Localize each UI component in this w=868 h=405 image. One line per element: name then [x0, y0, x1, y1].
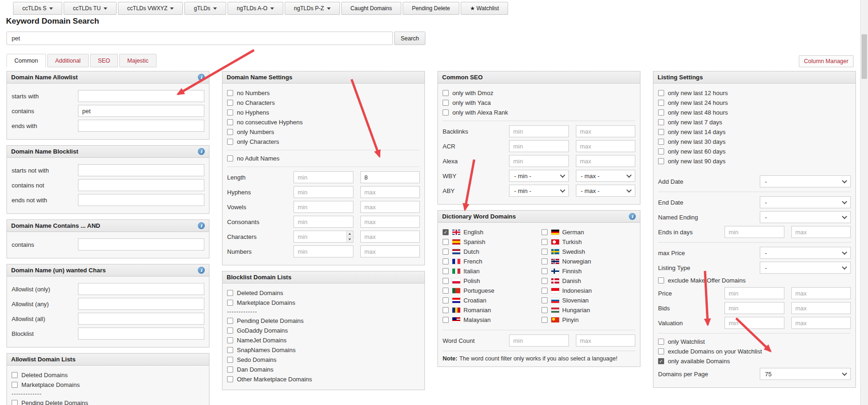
namejet-domains-checkbox[interactable]	[227, 337, 233, 343]
croatian-checkbox[interactable]	[443, 297, 449, 303]
no-hyphens-checkbox[interactable]	[227, 109, 233, 116]
language-finnish-row[interactable]: Finnish	[542, 267, 636, 275]
dan-domains-row[interactable]: Dan Domains	[227, 366, 420, 373]
ends-in-days-min-input[interactable]	[724, 226, 784, 238]
italian-checkbox[interactable]	[443, 268, 449, 274]
wby-max-select[interactable]: - max -	[576, 170, 636, 182]
consonants-max-input[interactable]	[360, 216, 420, 228]
backlinks-min-input[interactable]	[509, 125, 569, 137]
no-numbers-row[interactable]: no Numbers	[227, 89, 420, 97]
only-new-last-90-days-checkbox[interactable]	[658, 158, 664, 164]
turkish-checkbox[interactable]	[542, 239, 548, 245]
info-icon[interactable]: i	[629, 213, 636, 220]
no-numbers-checkbox[interactable]	[227, 90, 233, 96]
length-max-input[interactable]	[360, 171, 420, 183]
no-characters-row[interactable]: no Characters	[227, 99, 420, 107]
indonesian-checkbox[interactable]	[542, 288, 548, 294]
info-icon[interactable]: i	[198, 222, 205, 229]
contains-input[interactable]	[78, 238, 204, 251]
only-new-last-90-days-row[interactable]: only new last 90 days	[658, 157, 851, 165]
only-numbers-row[interactable]: only Numbers	[227, 128, 420, 136]
polish-checkbox[interactable]	[443, 278, 449, 284]
deleted-domains-row[interactable]: Deleted Domains	[12, 371, 204, 379]
only-new-last-60-days-row[interactable]: only new last 60 days	[658, 148, 851, 155]
slovenian-checkbox[interactable]	[542, 297, 548, 303]
pending-delete-domains-row[interactable]: Pending Delete Domains	[12, 399, 204, 405]
no-adult-names-checkbox[interactable]	[227, 155, 233, 161]
no-characters-checkbox[interactable]	[227, 100, 233, 106]
pinyin-checkbox[interactable]	[542, 317, 548, 323]
valuation-min-input[interactable]	[724, 317, 784, 329]
price-max-input[interactable]	[791, 287, 851, 299]
no-consecutive-hyphens-checkbox[interactable]	[227, 119, 233, 125]
language-german-row[interactable]: German	[542, 228, 636, 236]
language-malaysian-row[interactable]: Malaysian	[443, 316, 537, 324]
keyword-search-input[interactable]	[7, 32, 393, 45]
exclude-domains-on-your-watchlist-row[interactable]: exclude Domains on your Watchlist	[658, 347, 851, 355]
language-indonesian-row[interactable]: Indonesian	[542, 287, 636, 295]
only-with-yaca-row[interactable]: only with Yaca	[443, 99, 635, 107]
hyphens-max-input[interactable]	[360, 186, 420, 198]
language-romanian-row[interactable]: Romanian	[443, 306, 537, 314]
language-swedish-row[interactable]: Swedish	[542, 248, 636, 256]
exclude-make-offer-domains-row[interactable]: exclude Make Offer Domains	[658, 276, 851, 284]
nav-button-cctlds-tu[interactable]: ccTLDs TU	[64, 2, 117, 15]
language-french-row[interactable]: French	[443, 257, 537, 265]
info-icon[interactable]: i	[198, 74, 205, 81]
acr-max-input[interactable]	[576, 140, 636, 152]
only-new-last-24-hours-checkbox[interactable]	[658, 100, 664, 106]
scrollbar-thumb[interactable]	[861, 34, 867, 79]
hungarian-checkbox[interactable]	[542, 307, 548, 313]
pending-delete-domains-checkbox[interactable]	[227, 318, 233, 324]
spanish-checkbox[interactable]	[443, 239, 449, 245]
stepper-down-button[interactable]	[347, 237, 353, 243]
godaddy-domains-checkbox[interactable]	[227, 328, 233, 334]
alexa-min-input[interactable]	[509, 155, 569, 167]
only-new-last-7-days-row[interactable]: only new last 7 days	[658, 118, 851, 126]
tab-common[interactable]: Common	[7, 54, 46, 67]
tab-additional[interactable]: Additional	[47, 54, 89, 67]
listing-type-select[interactable]: -	[760, 262, 851, 274]
deleted-domains-checkbox[interactable]	[227, 290, 233, 296]
german-checkbox[interactable]	[542, 229, 548, 235]
no-adult-names-row[interactable]: no Adult Names	[227, 154, 420, 162]
contains-input[interactable]	[78, 105, 204, 117]
language-italian-row[interactable]: Italian	[443, 267, 537, 275]
allowlist-any-input[interactable]	[78, 298, 204, 310]
marketplace-domains-checkbox[interactable]	[12, 382, 18, 388]
starts-with-input[interactable]	[78, 90, 204, 102]
language-english-row[interactable]: English	[443, 228, 537, 236]
length-min-input[interactable]	[294, 171, 353, 183]
snapnames-domains-checkbox[interactable]	[227, 347, 233, 353]
pending-delete-domains-row[interactable]: Pending Delete Domains	[227, 317, 420, 325]
allowlist-only-input[interactable]	[78, 283, 204, 295]
only-with-dmoz-row[interactable]: only with Dmoz	[443, 89, 635, 97]
language-dutch-row[interactable]: Dutch	[443, 248, 537, 256]
only-new-last-12-hours-row[interactable]: only new last 12 hours	[658, 89, 851, 97]
only-new-last-7-days-checkbox[interactable]	[658, 119, 664, 125]
only-new-last-14-days-checkbox[interactable]	[658, 129, 664, 135]
tab-seo[interactable]: SEO	[90, 54, 118, 67]
other-marketplace-domains-checkbox[interactable]	[227, 376, 233, 382]
nav-button-gtlds[interactable]: gTLDs	[184, 2, 226, 15]
bids-min-input[interactable]	[724, 302, 784, 314]
only-watchlist-row[interactable]: only Watchlist	[658, 338, 851, 346]
only-characters-checkbox[interactable]	[227, 139, 233, 145]
hyphens-min-input[interactable]	[294, 186, 353, 198]
only-available-domains-checkbox[interactable]	[658, 358, 664, 364]
only-new-last-48-hours-row[interactable]: only new last 48 hours	[658, 109, 851, 116]
characters-min-stepper[interactable]	[346, 231, 353, 242]
french-checkbox[interactable]	[443, 258, 449, 264]
blocklist-input[interactable]	[78, 328, 204, 340]
only-new-last-48-hours-checkbox[interactable]	[658, 109, 664, 116]
no-consecutive-hyphens-row[interactable]: no consecutive Hyphens	[227, 118, 420, 126]
only-new-last-30-days-row[interactable]: only new last 30 days	[658, 138, 851, 146]
wby-min-select[interactable]: - min -	[509, 170, 569, 182]
marketplace-domains-checkbox[interactable]	[227, 300, 233, 306]
only-with-alexa-rank-row[interactable]: only with Alexa Rank	[443, 109, 635, 116]
allowlist-all-input[interactable]	[78, 313, 204, 325]
bids-max-input[interactable]	[791, 302, 851, 314]
godaddy-domains-row[interactable]: GoDaddy Domains	[227, 327, 420, 334]
vertical-scrollbar[interactable]	[860, 0, 868, 405]
english-checkbox[interactable]	[443, 229, 449, 235]
